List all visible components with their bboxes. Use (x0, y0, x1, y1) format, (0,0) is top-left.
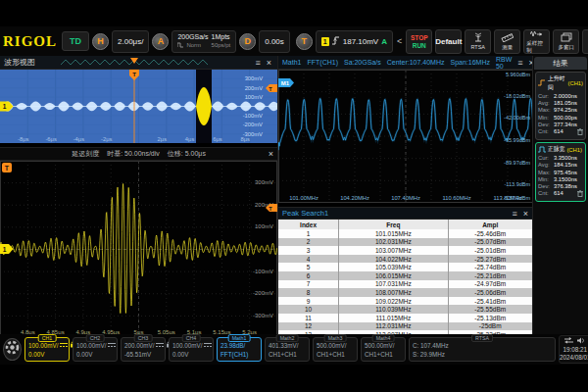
delay-box[interactable]: 0.00s (259, 30, 290, 53)
channel-box-math2[interactable]: Math2401.33mV/CH1+CH1 (265, 337, 310, 362)
toolbar-button-cursor[interactable]: 光标 (582, 29, 588, 54)
peak-table-row[interactable]: 12112.031MHz-25dBm (278, 322, 532, 331)
measure-row: Avg:184.15ns (538, 162, 583, 169)
trigger-box[interactable]: 1 187.10mV A (316, 30, 393, 53)
measure-name: 上升时间 (548, 74, 566, 92)
zoom-waveform[interactable]: 300mV200mV100mV-100mV-200mV-300mV4.8μs4.… (0, 161, 277, 338)
measure-channel: (CH1) (566, 147, 581, 153)
peak-freq: 111.015MHz (339, 314, 448, 322)
channel-box-ch4[interactable]: CH4100.00mV/0.00V (169, 337, 214, 362)
measure-card-positive-width[interactable]: 正脉宽(CH1) Cur:3.3500nsAvg:184.15nsMax:975… (535, 142, 586, 202)
trash-icon[interactable] (577, 190, 583, 199)
close-icon[interactable]: × (269, 149, 273, 159)
timebase-box[interactable]: 2.00μs/ (112, 30, 149, 53)
toolbar-button-ruler[interactable]: 测量 (494, 29, 520, 54)
fft-source: Math1 (282, 59, 301, 66)
measure-value: 3.3500ns (554, 155, 577, 162)
channel-box-ch3[interactable]: CH3200.00mV/-65.51mV (121, 337, 166, 362)
waveform-view-panel: 波形视图 ≡ × T1T300mV200mV100mV-100mV-200mV-… (0, 56, 277, 334)
svg-text:-65.99dBm: -65.99dBm (504, 137, 530, 143)
measure-name: 正脉宽 (548, 145, 564, 154)
svg-text:-2μs: -2μs (101, 136, 112, 142)
channel-box-ch1[interactable]: CH1100.00mV/0.00V (24, 337, 70, 362)
channel-box-math4[interactable]: Math4500.00mV/CH1+CH1 (361, 337, 406, 362)
collapse-left-chevron[interactable]: < (396, 36, 403, 46)
trigger-knob[interactable]: T (296, 33, 313, 50)
overview-waveform[interactable]: T1T300mV200mV100mV-100mV-200mV-300mV-8μs… (0, 70, 277, 143)
channel-scale: 100.00mV/ (76, 341, 106, 350)
memory-position-strip[interactable] (61, 58, 208, 67)
channel-offset: -65.51mV (124, 350, 162, 359)
fft-header[interactable]: Math1 FFT(CH1) Sa:20GSa/s Center:107.40M… (278, 56, 532, 70)
waveform-view-header[interactable]: 波形视图 ≡ × (0, 56, 277, 70)
channel-offset: CH1+CH1 (317, 350, 354, 359)
toolbar-nav-group: RTSA测量采样控制多窗口光标 (465, 29, 588, 54)
acq-mode: Norm (186, 41, 201, 49)
peak-index: 5 (278, 263, 339, 271)
channel-scale: 100.00mV/ (172, 341, 202, 350)
delay-knob[interactable]: D (239, 33, 256, 50)
delay-title: 延迟刻度 (72, 149, 99, 159)
peak-table-row[interactable]: 3103.007MHz-25.01dBm (278, 246, 532, 255)
measure-value: 184.15ns (554, 162, 577, 169)
trigger-sweep-mode: A (381, 37, 387, 46)
peak-table-row[interactable]: 1101.015MHz-25.46dBm (278, 229, 532, 238)
svg-text:M1: M1 (281, 80, 290, 86)
system-status-box[interactable]: 19:08:21 2024/08/01 (559, 335, 588, 364)
peak-table-row[interactable]: 10110.039MHz-25.55dBm (278, 305, 532, 314)
svg-text:T: T (5, 165, 10, 172)
trigger-status-badge[interactable]: TD (62, 31, 89, 51)
peak-search-header[interactable]: Peak Search1 ≡ × (278, 207, 532, 220)
peak-table-row[interactable]: 7107.031MHz-24.97dBm (278, 280, 532, 289)
peak-ampl: -25dBm (449, 322, 532, 331)
svg-text:-300mV: -300mV (253, 313, 273, 318)
sample-rate: 200GSa/s (177, 33, 208, 41)
acquire-knob[interactable]: A (152, 33, 169, 50)
channel-box-ch2[interactable]: CH2100.00mV/0.00V (73, 337, 118, 362)
channel-box-rtsa[interactable]: RTSAC: 107.4MHzS: 29.9MHz (409, 337, 556, 362)
hamburger-icon[interactable]: ≡ (255, 58, 260, 68)
peak-table-row[interactable]: 9109.022MHz-25.41dBm (278, 297, 532, 306)
default-button[interactable]: Default (435, 29, 462, 54)
menu-gear-button[interactable] (3, 338, 22, 361)
toolbar-button-record[interactable]: 采样控制 (523, 29, 550, 54)
toolbar-button-rtsa[interactable]: RTSA (465, 29, 491, 54)
trash-icon[interactable] (577, 128, 583, 137)
toolbar-button-windows[interactable]: 多窗口 (553, 29, 579, 54)
measure-row: Max:974.25ns (538, 107, 583, 114)
peak-table-row[interactable]: 8108.007MHz-25.06dBm (278, 288, 532, 297)
measure-value: 376.38ns (554, 183, 577, 190)
peak-index: 12 (278, 322, 339, 331)
dc-coupling-icon (204, 341, 212, 350)
hamburger-icon[interactable]: ≡ (512, 209, 516, 219)
fft-operation: FFT(CH1) (307, 59, 338, 66)
close-icon[interactable]: × (265, 58, 273, 68)
measure-card-rise-time[interactable]: 上升时间(CH1) Cur:2.0000nsAvg:181.05nsMax:97… (535, 72, 586, 140)
close-icon[interactable]: × (523, 209, 528, 219)
peak-search-table[interactable]: IndexFreqAmpl1101.015MHz-25.46dBm2102.03… (278, 220, 532, 338)
measure-label: Avg: (538, 100, 552, 107)
peak-table-row[interactable]: 4104.022MHz-25.27dBm (278, 255, 532, 264)
channel-tab-label: Math2 (276, 334, 299, 342)
measure-value: 3.1500ns (554, 176, 577, 183)
hamburger-icon[interactable]: ≡ (517, 58, 522, 68)
peak-table-row[interactable]: 5105.039MHz-25.74dBm (278, 263, 532, 271)
default-label: Default (435, 37, 462, 46)
peak-ampl: -25.13dBm (449, 314, 532, 322)
ruler-icon (501, 32, 514, 43)
channel-box-math3[interactable]: Math3500.00mV/CH1+CH1 (313, 337, 358, 362)
channel-scale: 500.00mV/ (365, 341, 394, 350)
channel-box-math1[interactable]: Math123.98dB/FFT(CH1) (217, 337, 262, 362)
peak-table-row[interactable]: 6106.015MHz-25.21dBm (278, 271, 532, 280)
run-stop-button[interactable]: STOP RUN (406, 29, 432, 54)
svg-text:5.960dBm: 5.960dBm (506, 72, 530, 77)
peak-index: 3 (278, 246, 339, 255)
horizontal-knob[interactable]: H (92, 33, 109, 50)
channel-status-row: CH1100.00mV/0.00VCH2100.00mV/0.00VCH3200… (24, 337, 556, 362)
peak-table-row[interactable]: 2102.031MHz-25.07dBm (278, 238, 532, 247)
channel-offset: 0.00V (76, 350, 114, 359)
peak-ampl: -25.01dBm (449, 246, 532, 255)
acquire-box[interactable]: 200GSa/s Norm 1Mpts 50ps/pt (172, 30, 236, 53)
fft-spectrum[interactable]: 5.960dBm-18.02dBm-42.00dBm-65.99dBm-89.9… (278, 70, 533, 203)
peak-table-row[interactable]: 11111.015MHz-25.13dBm (278, 314, 532, 322)
